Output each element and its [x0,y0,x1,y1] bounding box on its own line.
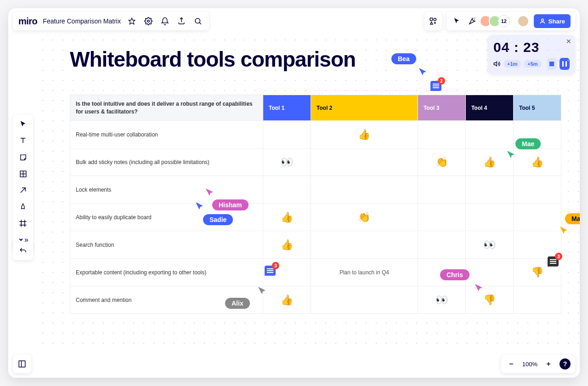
feature-row-label: Bulk add sticky notes (including all pos… [70,148,263,176]
feature-cell[interactable]: 👍 [263,231,311,259]
feature-cell[interactable] [311,148,418,176]
app-logo: miro [18,16,37,27]
table-question-header: Is the tool intuitive and does it delive… [70,95,263,121]
feature-cell[interactable]: 👀 [263,148,311,176]
pen-tool-icon[interactable] [17,201,28,212]
collaborator-cursor-bea: Bea [391,53,416,64]
tool-header: Tool 2 [311,95,418,121]
cursor-pointer-icon [559,226,568,235]
svg-point-3 [195,18,200,23]
zoom-in-button[interactable] [543,358,554,369]
document-title: Whiteboard tools comparison [70,49,356,70]
feature-cell[interactable]: 👏 [418,148,465,176]
avatar-overflow-count[interactable]: 12 [498,15,510,27]
feature-cell[interactable] [465,121,513,148]
share-label: Share [548,18,565,25]
collaborator-cursor-alix: Alix [225,298,250,309]
settings-icon[interactable] [143,16,154,27]
collaborator-cursor-hisham: Hisham [212,199,249,210]
svg-point-10 [542,19,544,21]
comment-thread-icon[interactable]: 3 [548,256,559,267]
feature-cell[interactable] [311,231,418,259]
feature-cell[interactable]: 👏 [311,204,418,231]
feature-cell[interactable] [418,176,465,204]
tool-header: Tool 5 [513,95,561,121]
cursor-pointer-icon [205,187,214,197]
feature-cell[interactable] [513,286,561,314]
svg-marker-0 [129,18,135,24]
cursor-pointer-icon [195,201,204,210]
comment-thread-icon[interactable]: 2 [430,81,441,91]
svg-line-20 [21,188,26,193]
present-chip: 12 Share [447,12,575,30]
collaborator-cursor-mae: Mae [515,138,541,149]
svg-rect-5 [430,18,432,20]
zoom-level[interactable]: 100% [522,361,537,368]
undo-icon[interactable] [17,245,28,256]
collaborator-avatars[interactable]: 12 [482,15,510,27]
topbar-right: 12 Share [424,12,575,30]
feature-cell[interactable]: 👀 [418,286,465,314]
feature-cell[interactable]: 👍 [263,286,311,314]
svg-point-6 [434,18,436,21]
svg-marker-7 [430,22,432,24]
feature-cell[interactable]: 👍 [263,204,311,231]
feature-row-label: Search function [70,231,263,259]
cursor-pointer-icon [474,283,483,292]
feature-cell[interactable]: 👎 [465,286,513,314]
reactions-icon[interactable] [467,16,478,27]
feature-cell[interactable]: 👍 [513,148,561,176]
svg-point-1 [147,20,150,23]
cursor-pointer-icon [418,67,428,77]
comment-thread-icon[interactable]: 3 [265,266,276,276]
feature-cell[interactable] [465,204,513,231]
arrow-tool-icon[interactable] [17,185,28,196]
app-shell: miro Feature Comparison Matrix [8,8,580,378]
feature-cell[interactable] [311,286,418,314]
search-icon[interactable] [192,16,204,27]
sticky-note-tool-icon[interactable] [17,152,28,163]
feature-cell[interactable] [465,259,513,286]
star-icon[interactable] [126,16,137,27]
feature-cell[interactable] [263,176,311,204]
feature-row-label: Exportable content (including exporting … [70,259,263,286]
collaborator-cursor-chris: Chris [440,269,469,280]
feature-cell[interactable] [311,176,418,204]
svg-line-4 [199,23,201,24]
export-icon[interactable] [176,16,187,27]
feature-cell[interactable] [513,176,561,204]
zoom-out-button[interactable] [506,358,517,369]
feature-row-label: Real-time multi-user collaboration [70,121,263,148]
feature-cell[interactable] [465,176,513,204]
tool-header: Tool 1 [263,95,311,121]
cursor-icon[interactable] [451,16,462,27]
help-button[interactable]: ? [560,358,571,369]
tool-header: Tool 3 [418,95,465,121]
share-button[interactable]: Share [534,14,571,28]
feature-cell[interactable]: 👍 [311,121,418,148]
apps-chip[interactable] [424,12,442,30]
comment-count-badge: 3 [555,253,562,260]
feature-cell[interactable] [418,204,465,231]
table-tool-icon[interactable] [17,168,28,179]
select-tool-icon[interactable] [17,119,28,130]
left-toolbar: » [13,115,33,249]
topbar-left: miro Feature Comparison Matrix [13,12,209,30]
feature-cell[interactable] [263,121,311,148]
text-tool-icon[interactable] [17,135,28,146]
bell-icon[interactable] [159,16,170,27]
frames-panel-toggle[interactable] [13,355,31,373]
canvas[interactable]: Whiteboard tools comparison Is the tool … [38,35,580,351]
svg-rect-26 [19,361,25,367]
feature-cell[interactable] [513,204,561,231]
feature-cell[interactable] [418,121,465,148]
feature-cell[interactable]: 👀 [465,231,513,259]
comparison-table: Is the tool intuitive and does it delive… [70,95,561,314]
feature-cell[interactable] [513,231,561,259]
feature-cell[interactable] [418,231,465,259]
board-title[interactable]: Feature Comparison Matrix [43,17,121,25]
current-user-avatar[interactable] [517,15,529,27]
tool-header: Tool 4 [465,95,513,121]
frame-tool-icon[interactable] [17,218,28,229]
feature-cell[interactable]: Plan to launch in Q4 [311,259,418,286]
